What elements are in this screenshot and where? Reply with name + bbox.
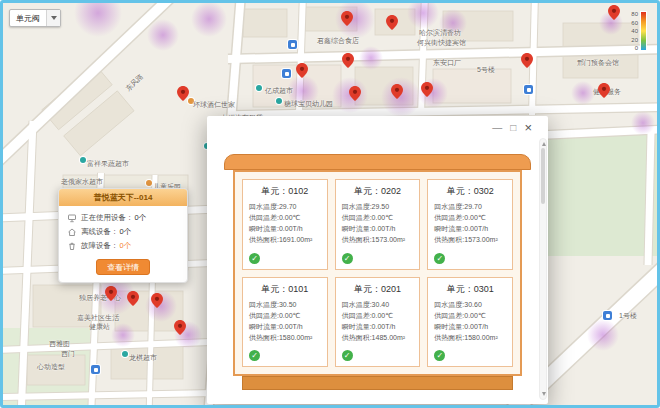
pin-icon: [342, 53, 354, 68]
unit-field-flow: 瞬时流量:0.00T/h: [428, 321, 512, 332]
popup-rows: 正在使用设备：0个 离线设备：0个 故障设备：0个: [59, 206, 187, 255]
cabinet-top: [224, 154, 531, 170]
unit-filter-value: 单元阀: [10, 13, 46, 24]
minimize-icon[interactable]: —: [492, 122, 502, 134]
pin-icon: [386, 15, 398, 30]
legend-tick: 20: [631, 37, 638, 43]
modal-scrollbar[interactable]: [539, 138, 547, 400]
unit-field-return-temp: 回水温度:30.50: [243, 299, 327, 310]
unit-field-area: 供热面积:1580.00m²: [428, 332, 512, 343]
unit-field-temp-diff: 供回温差:0.00℃: [336, 310, 420, 321]
unit-title: 单元：0302: [428, 180, 512, 201]
pin-icon: [391, 84, 403, 99]
unit-cell[interactable]: 单元：0302 回水温度:29.70 供回温差:0.00℃ 瞬时流量:0.00T…: [427, 179, 513, 270]
pin-icon: [177, 86, 189, 101]
map-marker-pin[interactable]: [177, 86, 189, 101]
popup-row-fault: 故障设备：0个: [67, 239, 179, 253]
unit-status-ok-icon: ✓: [342, 350, 353, 361]
map-marker-pin[interactable]: [105, 286, 117, 301]
map-marker-pin[interactable]: [521, 53, 533, 68]
unit-title: 单元：0101: [243, 278, 327, 299]
unit-field-return-temp: 回水温度:30.60: [428, 299, 512, 310]
pin-icon: [341, 11, 353, 26]
app-window: 东风路君鑫综合食店哈尔滨清香坊何兴街快捷宾馆东安口厂邢门预备会馆健康服务亿成超市…: [0, 0, 660, 408]
unit-field-area: 供热面积:1580.00m²: [243, 332, 327, 343]
map-marker-pin[interactable]: [341, 11, 353, 26]
map-marker-pin[interactable]: [386, 15, 398, 30]
pin-icon: [521, 53, 533, 68]
unit-field-flow: 瞬时流量:0.00T/h: [428, 223, 512, 234]
unit-status-ok-icon: ✓: [434, 253, 445, 264]
map-marker-pin[interactable]: [127, 291, 139, 306]
heat-legend-gradient-bar: [640, 11, 647, 51]
pin-icon: [174, 320, 186, 335]
unit-cell[interactable]: 单元：0101 回水温度:30.50 供回温差:0.00℃ 瞬时流量:0.00T…: [242, 277, 328, 368]
unit-detail-modal: — □ × 单元：0102 回水温度:29.70 供回温差:0.00℃ 瞬时流量…: [207, 116, 548, 404]
unit-field-temp-diff: 供回温差:0.00℃: [243, 310, 327, 321]
cabinet-base: [242, 376, 513, 390]
pin-icon: [608, 5, 620, 20]
legend-tick: 80: [631, 11, 638, 17]
map-marker-pin[interactable]: [342, 53, 354, 68]
scroll-down-icon[interactable]: [542, 392, 546, 396]
chevron-down-icon[interactable]: [46, 10, 60, 26]
pin-icon: [127, 291, 139, 306]
map-marker-pin[interactable]: [391, 84, 403, 99]
unit-field-return-temp: 回水温度:29.70: [428, 201, 512, 212]
unit-field-return-temp: 回水温度:29.70: [243, 201, 327, 212]
unit-filter-select[interactable]: 单元阀: [9, 9, 61, 27]
unit-title: 单元：0102: [243, 180, 327, 201]
popup-title: 普悦蓝天下--014: [59, 189, 187, 206]
popup-row-in-use: 正在使用设备：0个: [67, 211, 179, 225]
map-marker-pin[interactable]: [598, 83, 610, 98]
map-marker-pin[interactable]: [608, 5, 620, 20]
unit-field-temp-diff: 供回温差:0.00℃: [428, 212, 512, 223]
unit-title: 单元：0202: [336, 180, 420, 201]
home-icon: [67, 227, 77, 237]
modal-controls: — □ ×: [492, 122, 532, 134]
heat-legend-ticks: 80 60 40 20 0: [631, 11, 638, 51]
unit-field-flow: 瞬时流量:0.00T/h: [243, 321, 327, 332]
monitor-icon: [67, 213, 77, 223]
map-marker-pin[interactable]: [296, 63, 308, 78]
pin-icon: [296, 63, 308, 78]
trash-icon: [67, 241, 77, 251]
close-icon[interactable]: ×: [524, 122, 532, 134]
view-details-button[interactable]: 查看详情: [96, 259, 150, 275]
unit-title: 单元：0301: [428, 278, 512, 299]
pin-icon: [421, 82, 433, 97]
pin-icon: [151, 293, 163, 308]
unit-field-temp-diff: 供回温差:0.00℃: [428, 310, 512, 321]
map-marker-pin[interactable]: [151, 293, 163, 308]
unit-field-return-temp: 回水温度:30.40: [336, 299, 420, 310]
unit-cell[interactable]: 单元：0201 回水温度:30.40 供回温差:0.00℃ 瞬时流量:0.00T…: [335, 277, 421, 368]
map-info-popup: 普悦蓝天下--014 正在使用设备：0个 离线设备：0个 故障设备：0个 查看详…: [58, 188, 188, 283]
unit-field-area: 供热面积:1573.00m²: [428, 234, 512, 245]
unit-cell[interactable]: 单元：0102 回水温度:29.70 供回温差:0.00℃ 瞬时流量:0.00T…: [242, 179, 328, 270]
maximize-icon[interactable]: □: [510, 122, 516, 134]
legend-tick: 60: [631, 20, 638, 26]
unit-status-ok-icon: ✓: [249, 350, 260, 361]
map-marker-pin[interactable]: [174, 320, 186, 335]
unit-field-flow: 瞬时流量:0.00T/h: [336, 321, 420, 332]
scroll-up-icon[interactable]: [542, 142, 546, 146]
pin-icon: [598, 83, 610, 98]
popup-row-offline: 离线设备：0个: [67, 225, 179, 239]
scrollbar-thumb[interactable]: [541, 148, 545, 204]
unit-cell[interactable]: 单元：0301 回水温度:30.60 供回温差:0.00℃ 瞬时流量:0.00T…: [427, 277, 513, 368]
cabinet-body: 单元：0102 回水温度:29.70 供回温差:0.00℃ 瞬时流量:0.00T…: [233, 170, 522, 376]
heat-legend: 80 60 40 20 0: [631, 11, 647, 51]
pin-icon: [349, 86, 361, 101]
unit-cell[interactable]: 单元：0202 回水温度:29.50 供回温差:0.00℃ 瞬时流量:0.00T…: [335, 179, 421, 270]
unit-title: 单元：0201: [336, 278, 420, 299]
pin-icon: [105, 286, 117, 301]
unit-field-flow: 瞬时流量:0.00T/h: [243, 223, 327, 234]
unit-field-temp-diff: 供回温差:0.00℃: [243, 212, 327, 223]
unit-status-ok-icon: ✓: [249, 253, 260, 264]
unit-field-area: 供热面积:1573.00m²: [336, 234, 420, 245]
unit-status-ok-icon: ✓: [434, 350, 445, 361]
map-marker-pin[interactable]: [421, 82, 433, 97]
map-marker-pin[interactable]: [349, 86, 361, 101]
legend-tick: 0: [635, 45, 638, 51]
unit-field-flow: 瞬时流量:0.00T/h: [336, 223, 420, 234]
